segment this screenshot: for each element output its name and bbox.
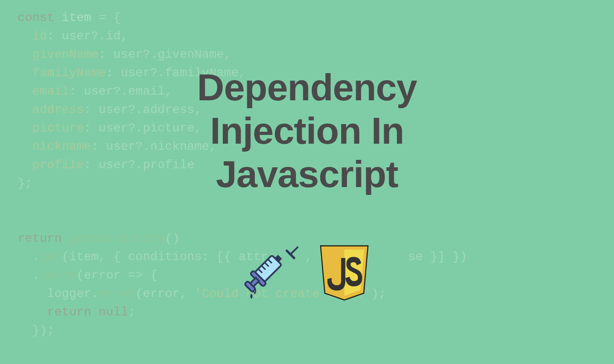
svg-line-0 (290, 247, 298, 254)
title-line-1: Dependency (197, 66, 417, 108)
title-line-3: Javascript (216, 153, 398, 195)
icons-row (0, 243, 614, 304)
js-logo-icon (318, 243, 371, 304)
title-container: Dependency Injection In Javascript (0, 66, 614, 196)
title-line-2: Injection In (210, 110, 404, 152)
syringe-icon (243, 244, 300, 303)
main-title: Dependency Injection In Javascript (0, 66, 614, 196)
